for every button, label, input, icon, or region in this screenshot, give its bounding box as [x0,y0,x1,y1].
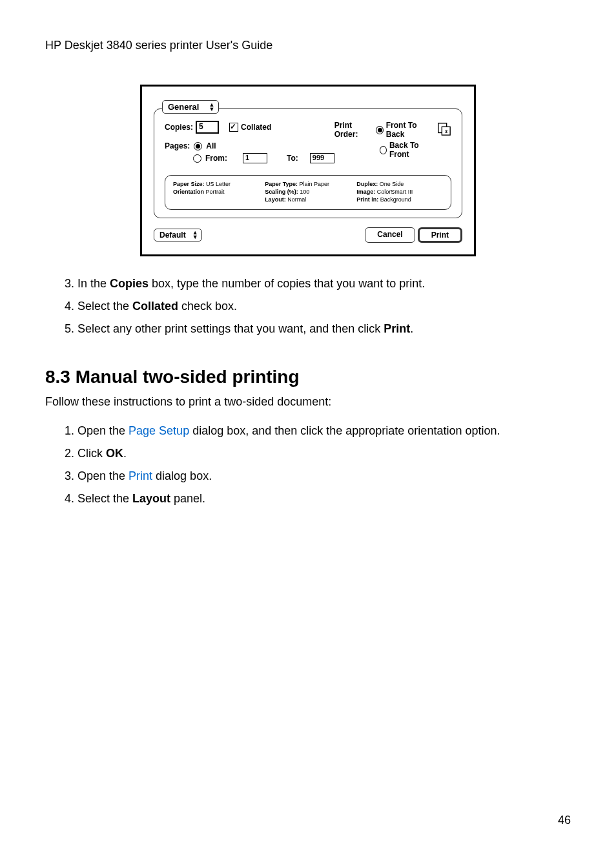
panel-selector[interactable]: General ▲▼ [162,100,219,114]
page-setup-link[interactable]: Page Setup [128,424,189,437]
pages-from-label: From: [205,154,227,163]
collated-label: Collated [241,123,271,132]
pages-from-input[interactable]: 1 [243,153,267,163]
preview-icon[interactable]: 3 [437,122,451,138]
instructions-a: In the Copies box, type the number of co… [65,276,571,338]
pages-to-label: To: [287,154,298,163]
section-heading: 8.3 Manual two-sided printing [45,367,571,387]
pages-all-radio[interactable] [194,142,202,150]
list-item: Select the Layout panel. [77,491,571,507]
page-number: 46 [558,814,571,827]
list-item: In the Copies box, type the number of co… [77,276,571,292]
pages-from-radio[interactable] [193,154,201,163]
svg-text:3: 3 [445,128,447,134]
pages-label: Pages: [165,141,190,150]
updown-icon: ▲▼ [192,231,198,240]
print-dialog: General ▲▼ Copies: 5 Collated Pages: [140,85,476,256]
list-item: Open the Print dialog box. [77,468,571,484]
cancel-button[interactable]: Cancel [365,227,415,243]
list-item: Select any other print settings that you… [77,321,571,337]
summary-box: Paper Size: US Letter Orientation Portra… [165,175,451,210]
dialog-fieldset: General ▲▼ Copies: 5 Collated Pages: [154,108,462,218]
copies-input[interactable]: 5 [196,121,219,134]
order-back-radio[interactable] [380,146,387,154]
collated-checkbox[interactable] [229,123,238,132]
updown-icon: ▲▼ [209,103,215,112]
print-link[interactable]: Print [128,469,152,482]
panel-name: General [168,102,199,112]
copies-label: Copies: [165,123,193,132]
list-item: Click OK. [77,446,571,462]
default-dropdown[interactable]: Default ▲▼ [154,229,202,242]
list-item: Select the Collated check box. [77,298,571,314]
order-back-label: Back To Front [389,141,432,159]
page-header: HP Deskjet 3840 series printer User's Gu… [45,39,571,52]
print-order-label: Print Order: [334,121,373,139]
list-item: Open the Page Setup dialog box, and then… [77,423,571,439]
pages-to-input[interactable]: 999 [310,153,334,163]
section-intro: Follow these instructions to print a two… [45,394,571,410]
instructions-b: Open the Page Setup dialog box, and then… [65,423,571,508]
print-button[interactable]: Print [418,227,462,243]
order-front-radio[interactable] [376,126,384,134]
order-front-label: Front To Back [386,121,432,139]
pages-all-label: All [206,141,216,150]
